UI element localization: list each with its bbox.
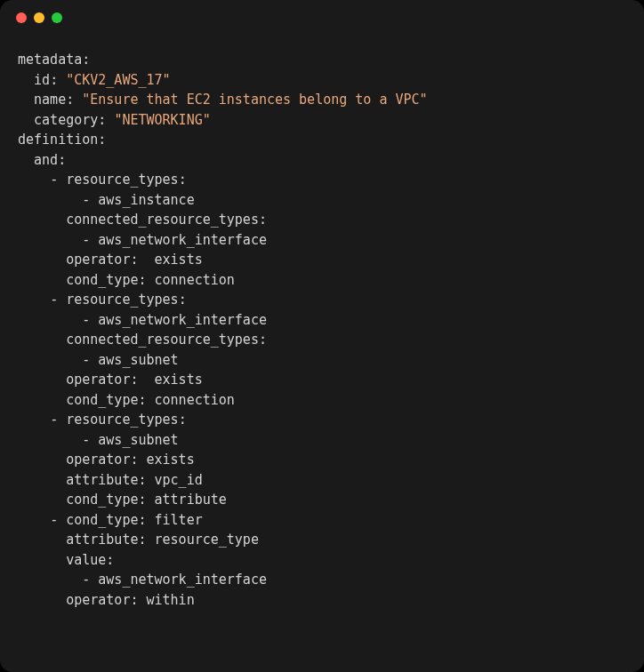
val-exists: exists xyxy=(147,252,203,268)
key-connected-resource-types: connected_resource_types xyxy=(66,332,259,348)
val-connection: connection xyxy=(155,272,235,288)
key-and: and xyxy=(34,152,58,168)
code-content: metadata: id: "CKV2_AWS_17" name: "Ensur… xyxy=(0,36,644,624)
val-id: "CKV2_AWS_17" xyxy=(66,72,170,88)
val-aws-network-interface: aws_network_interface xyxy=(98,572,267,588)
val-exists: exists xyxy=(147,372,203,388)
key-connected-resource-types: connected_resource_types xyxy=(66,212,259,228)
key-resource-types: resource_types xyxy=(66,292,178,308)
key-name: name xyxy=(34,92,66,108)
maximize-icon[interactable] xyxy=(52,12,62,23)
key-cond-type: cond_type xyxy=(66,492,138,508)
val-aws-network-interface: aws_network_interface xyxy=(98,312,267,328)
val-aws-subnet: aws_subnet xyxy=(98,352,178,368)
key-operator: operator xyxy=(66,252,130,268)
val-aws-network-interface: aws_network_interface xyxy=(98,232,267,248)
val-category: "NETWORKING" xyxy=(114,112,210,128)
key-category: category xyxy=(34,112,98,128)
key-id: id xyxy=(34,72,50,88)
val-vpc-id: vpc_id xyxy=(155,472,203,488)
val-within: within xyxy=(147,592,195,608)
val-filter: filter xyxy=(155,512,203,528)
key-operator: operator xyxy=(66,372,130,388)
key-operator: operator xyxy=(66,452,130,468)
code-window: metadata: id: "CKV2_AWS_17" name: "Ensur… xyxy=(0,0,644,672)
key-attribute: attribute xyxy=(66,472,138,488)
titlebar xyxy=(0,0,644,36)
val-exists: exists xyxy=(147,452,195,468)
key-attribute: attribute xyxy=(66,532,138,548)
key-value: value xyxy=(66,552,106,568)
val-connection: connection xyxy=(155,392,235,408)
key-resource-types: resource_types xyxy=(66,172,178,188)
val-aws-instance: aws_instance xyxy=(98,192,194,208)
close-icon[interactable] xyxy=(16,12,27,23)
key-operator: operator xyxy=(66,592,130,608)
key-metadata: metadata xyxy=(18,52,82,68)
val-aws-subnet: aws_subnet xyxy=(98,432,178,448)
minimize-icon[interactable] xyxy=(34,12,44,23)
val-name: "Ensure that EC2 instances belong to a V… xyxy=(82,92,427,108)
key-cond-type: cond_type xyxy=(66,272,138,288)
key-definition: definition xyxy=(18,132,98,148)
val-resource-type: resource_type xyxy=(155,532,259,548)
key-cond-type: cond_type xyxy=(66,392,138,408)
key-resource-types: resource_types xyxy=(66,412,178,428)
val-attribute: attribute xyxy=(155,492,227,508)
key-cond-type: cond_type xyxy=(66,512,138,528)
